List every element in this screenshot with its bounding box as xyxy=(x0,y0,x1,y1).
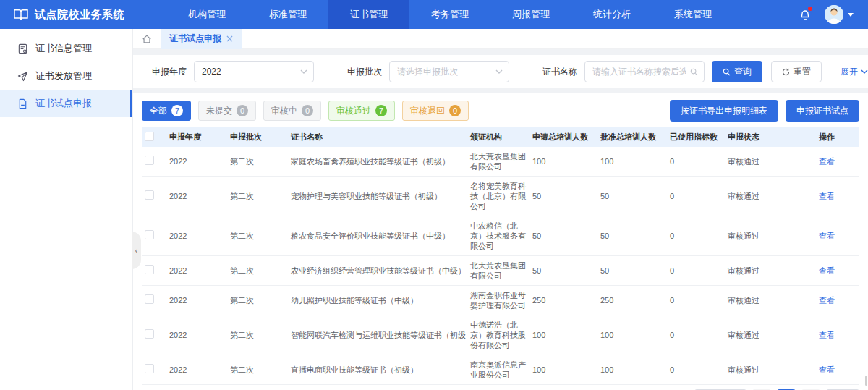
row-checkbox[interactable] xyxy=(145,329,154,339)
top-nav-item[interactable]: 标准管理 xyxy=(247,0,328,29)
cell-cert-name: 宠物护理与美容职业技能等级证书（初级） xyxy=(288,177,467,216)
filter-year: 申报年度 2022 xyxy=(152,61,314,82)
row-checkbox[interactable] xyxy=(145,265,154,274)
cell-cert-name: 家庭农场畜禽养殖职业技能等级证书（初级） xyxy=(288,147,467,177)
column-header: 申报批次 xyxy=(227,127,288,147)
table-header-row: 申报年度申报批次证书名称颁证机构申请总培训人数批准总培训人数已使用指标数申报状态… xyxy=(142,127,859,147)
column-header: 批准总培训人数 xyxy=(597,127,667,147)
cell-status: 审核通过 xyxy=(725,256,816,286)
certificate-info-icon xyxy=(17,43,28,54)
sidebar-collapse-handle[interactable]: ‹ xyxy=(132,232,141,269)
cell-year: 2022 xyxy=(166,315,227,355)
top-nav-item[interactable]: 考务管理 xyxy=(409,0,490,29)
row-checkbox[interactable] xyxy=(145,294,154,304)
view-link[interactable]: 查看 xyxy=(819,232,835,240)
cell-status: 审核通过 xyxy=(725,177,816,216)
table-row: 2022 第二次 粮农食品安全评价职业技能等级证书（中级） 中农粮信（北京）技术… xyxy=(142,216,859,256)
cell-org: 湖南金职伟业母婴护理有限公司 xyxy=(467,286,529,315)
cell-approved-count: 250 xyxy=(597,286,667,315)
table-actions: 按证书导出申报明细表 申报证书试点 xyxy=(670,100,859,122)
year-select[interactable]: 2022 xyxy=(194,61,314,82)
status-chip-未提交[interactable]: 未提交 0 xyxy=(198,101,256,121)
row-checkbox[interactable] xyxy=(145,190,154,200)
cell-batch: 第二次 xyxy=(227,177,288,216)
apply-cert-pilot-button[interactable]: 申报证书试点 xyxy=(786,100,859,122)
export-by-cert-button[interactable]: 按证书导出申报明细表 xyxy=(670,100,778,122)
tab-label: 证书试点申报 xyxy=(169,33,221,45)
tab-close-icon[interactable] xyxy=(226,35,233,42)
top-nav-item[interactable]: 机构管理 xyxy=(166,0,247,29)
cell-used-count: 0 xyxy=(667,216,725,256)
cell-org: 中农粮信（北京）技术服务有限公司 xyxy=(467,216,529,256)
cell-cert-name: 直播电商职业技能等级证书（初级） xyxy=(288,355,467,385)
cell-batch: 第二次 xyxy=(227,216,288,256)
cell-applied-count: 100 xyxy=(529,315,597,355)
top-nav-item[interactable]: 周报管理 xyxy=(490,0,571,29)
sidebar-item-证书发放管理[interactable]: 证书发放管理 xyxy=(0,62,132,90)
cell-applied-count: 50 xyxy=(529,216,597,256)
cert-name-input[interactable]: 请输入证书名称搜索后选择 xyxy=(584,61,705,82)
column-header: 操作 xyxy=(816,127,859,147)
status-chip-审核中[interactable]: 审核中 0 xyxy=(263,101,321,121)
status-chip-审核通过[interactable]: 审核通过 7 xyxy=(328,101,395,121)
query-button[interactable]: 查询 xyxy=(712,61,762,82)
row-checkbox[interactable] xyxy=(145,364,154,373)
scrollbar-thumb[interactable] xyxy=(865,376,867,386)
reset-button[interactable]: 重置 xyxy=(771,61,822,82)
row-checkbox[interactable] xyxy=(145,156,154,165)
cell-cert-name: 智能网联汽车检测与运维职业技能等级证书（初级） xyxy=(288,315,467,355)
cell-applied-count: 50 xyxy=(529,256,597,286)
table-row: 2022 第二次 智能网联汽车检测与运维职业技能等级证书（初级） 中德诺浩（北京… xyxy=(142,315,859,355)
sidebar-item-证书试点申报[interactable]: 证书试点申报 xyxy=(0,90,132,117)
status-chip-全部[interactable]: 全部 7 xyxy=(142,101,191,121)
cell-year: 2022 xyxy=(166,256,227,286)
status-filter-row: 全部 7 未提交 0 审核中 0 审核通过 7 审核退回 0 按证书导出申报明细… xyxy=(142,100,859,122)
tab-bar: 证书试点申报 xyxy=(133,29,868,49)
view-link[interactable]: 查看 xyxy=(819,266,835,275)
home-icon[interactable] xyxy=(140,34,153,44)
status-chip-审核退回[interactable]: 审核退回 0 xyxy=(402,101,469,121)
document-icon xyxy=(17,98,28,109)
row-checkbox[interactable] xyxy=(145,230,154,239)
cell-org: 南京奥派信息产业股份公司 xyxy=(467,355,529,385)
cell-applied-count: 250 xyxy=(529,286,597,315)
cell-applied-count: 50 xyxy=(529,177,597,216)
cell-approved-count: 50 xyxy=(597,216,667,256)
refresh-icon xyxy=(782,68,790,76)
cell-status: 审核通过 xyxy=(725,315,816,355)
cell-cert-name: 粮农食品安全评价职业技能等级证书（中级） xyxy=(288,216,467,256)
select-all-checkbox[interactable] xyxy=(145,132,154,141)
user-menu[interactable] xyxy=(825,5,854,24)
count-badge: 0 xyxy=(449,105,461,116)
filter-cert-name: 证书名称 请输入证书名称搜索后选择 xyxy=(542,61,705,82)
cell-org: 北大荒农垦集团有限公司 xyxy=(467,256,529,286)
top-nav-item[interactable]: 统计分析 xyxy=(571,0,652,29)
year-label: 申报年度 xyxy=(152,66,187,78)
cell-used-count: 0 xyxy=(667,315,725,355)
cert-name-label: 证书名称 xyxy=(542,66,577,78)
sidebar-menu: 证书信息管理 证书发放管理 证书试点申报 xyxy=(0,35,132,117)
sidebar-item-证书信息管理[interactable]: 证书信息管理 xyxy=(0,35,132,62)
notification-bell-icon[interactable] xyxy=(797,7,813,22)
cell-org: 名将宠美教育科技（北京）有限公司 xyxy=(467,177,529,216)
view-link[interactable]: 查看 xyxy=(819,157,835,166)
status-chips: 全部 7 未提交 0 审核中 0 审核通过 7 审核退回 0 xyxy=(142,101,469,121)
notification-dot xyxy=(808,7,812,11)
top-nav-item[interactable]: 系统管理 xyxy=(652,0,733,29)
column-header: 申报年度 xyxy=(166,127,227,147)
view-link[interactable]: 查看 xyxy=(819,365,835,374)
view-link[interactable]: 查看 xyxy=(819,192,835,200)
cell-status: 审核通过 xyxy=(725,216,816,256)
main-area: 证书试点申报 申报年度 2022 申报批次 请选择申报批次 xyxy=(133,29,868,390)
view-link[interactable]: 查看 xyxy=(819,331,835,339)
tab-certificate-pilot[interactable]: 证书试点申报 xyxy=(161,29,242,49)
cell-batch: 第二次 xyxy=(227,315,288,355)
expand-toggle[interactable]: 展开 xyxy=(841,66,868,78)
top-nav-item[interactable]: 证书管理 xyxy=(328,0,409,29)
table-row: 2022 第二次 宠物护理与美容职业技能等级证书（初级） 名将宠美教育科技（北京… xyxy=(142,177,859,216)
batch-select[interactable]: 请选择申报批次 xyxy=(389,61,509,82)
view-link[interactable]: 查看 xyxy=(819,296,835,305)
table-row: 2022 第二次 幼儿照护职业技能等级证书（中级） 湖南金职伟业母婴护理有限公司… xyxy=(142,286,859,315)
table-row: 2022 第二次 家庭农场畜禽养殖职业技能等级证书（初级） 北大荒农垦集团有限公… xyxy=(142,147,859,177)
column-header: 颁证机构 xyxy=(467,127,529,147)
